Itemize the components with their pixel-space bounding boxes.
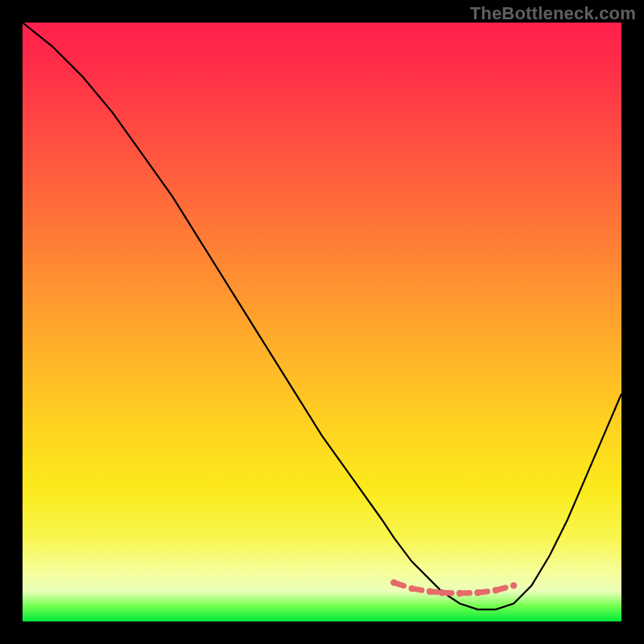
bottleneck-curve-line xyxy=(23,23,621,609)
optimal-range-dot xyxy=(390,579,397,585)
plot-area xyxy=(23,23,621,621)
chart-frame: TheBottleneck.com xyxy=(0,0,644,644)
optimal-range-dot xyxy=(456,590,463,597)
watermark-text: TheBottleneck.com xyxy=(470,3,636,24)
optimal-range-dot xyxy=(439,589,445,596)
optimal-range-dot xyxy=(493,587,499,593)
optimal-range-highlight xyxy=(390,579,517,597)
optimal-range-dot xyxy=(474,589,481,596)
optimal-range-dot xyxy=(408,585,415,592)
optimal-range-dot xyxy=(510,582,517,588)
curve-layer xyxy=(23,23,621,621)
optimal-range-dot xyxy=(427,588,433,595)
